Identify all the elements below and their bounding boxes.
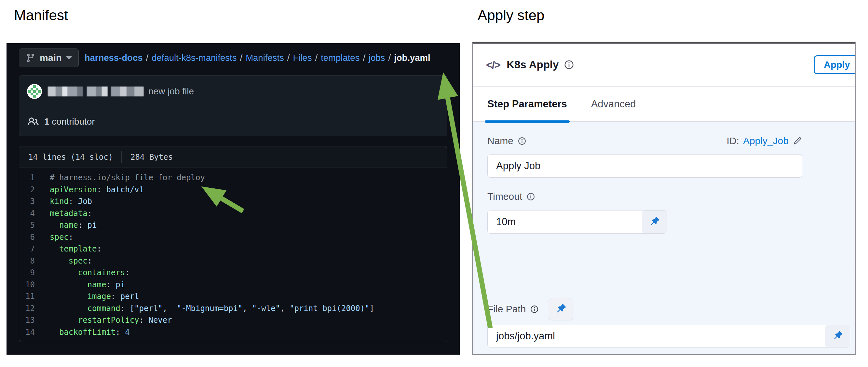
caret-down-icon xyxy=(66,56,72,60)
tab-step-parameters[interactable]: Step Parameters xyxy=(487,87,567,121)
info-icon[interactable] xyxy=(564,60,574,70)
file-lines-stat: 14 lines (14 sloc) xyxy=(28,153,113,162)
code-line: 3kind: Job xyxy=(19,195,447,208)
file-header-row: main harness-docs / default-k8s-manifest… xyxy=(6,43,460,68)
code-line: 10 - name: pi xyxy=(19,279,447,291)
tab-advanced[interactable]: Advanced xyxy=(591,87,636,121)
code-text: # harness.io/skip-file-for-deploy xyxy=(50,172,205,184)
code-line: 9 containers: xyxy=(19,267,447,279)
commit-message-link[interactable]: new job file xyxy=(148,86,194,97)
name-label: Name xyxy=(487,135,526,146)
line-number[interactable]: 3 xyxy=(19,195,50,208)
line-number[interactable]: 7 xyxy=(19,243,50,255)
breadcrumb-link-folder[interactable]: jobs xyxy=(369,53,385,63)
code-text: restartPolicy: Never xyxy=(50,314,172,326)
line-number[interactable]: 14 xyxy=(19,326,50,338)
code-line: 1# harness.io/skip-file-for-deploy xyxy=(19,172,447,184)
info-icon[interactable] xyxy=(518,136,526,146)
breadcrumb-link-folder[interactable]: default-k8s-manifests xyxy=(152,53,237,63)
step-header: </> K8s Apply Apply xyxy=(473,43,855,87)
code-text: spec: xyxy=(50,255,92,267)
line-number[interactable]: 13 xyxy=(19,314,50,326)
code-text: kind: Job xyxy=(50,195,92,208)
file-path-input-group xyxy=(487,325,850,347)
line-number[interactable]: 1 xyxy=(19,172,50,184)
breadcrumb-separator: / xyxy=(240,53,243,63)
screenshot-stage: Manifest Apply step main harness-docs / … xyxy=(0,0,868,367)
breadcrumb-link-folder[interactable]: Files xyxy=(293,53,312,63)
name-input[interactable] xyxy=(487,154,802,178)
step-id-group: ID: Apply_Job xyxy=(727,135,802,146)
line-number[interactable]: 10 xyxy=(19,279,50,291)
step-tabs: Step Parameters Advanced xyxy=(473,87,855,121)
name-id-row: Name ID: Apply_Job xyxy=(487,131,802,150)
step-title: K8s Apply xyxy=(506,59,559,71)
git-branch-icon xyxy=(26,53,35,63)
code-text: backoffLimit: 4 xyxy=(50,326,130,338)
timeout-label: Timeout xyxy=(487,191,535,202)
file-blob-box: 14 lines (14 sloc) 284 Bytes 1# harness.… xyxy=(19,146,447,342)
info-icon[interactable] xyxy=(526,192,535,201)
step-parameters-form: Name ID: Apply_Job Timeout xyxy=(473,121,855,354)
edit-pencil-icon[interactable] xyxy=(793,136,802,146)
breadcrumb-current-file: job.yaml xyxy=(394,53,430,63)
breadcrumb-separator: / xyxy=(287,53,290,63)
breadcrumb-separator: / xyxy=(389,53,391,63)
code-line: 14 backoffLimit: 4 xyxy=(19,326,447,338)
section-divider xyxy=(489,271,852,271)
step-id-link[interactable]: Apply_Job xyxy=(743,135,788,146)
code-line: 12 command: ["perl", "-Mbignum=bpi", "-w… xyxy=(19,303,447,315)
pushpin-icon xyxy=(832,330,843,342)
code-text: command: ["perl", "-Mbignum=bpi", "-wle"… xyxy=(50,303,374,315)
github-file-viewer-panel: main harness-docs / default-k8s-manifest… xyxy=(6,43,460,355)
pushpin-icon xyxy=(554,303,567,315)
timeout-input[interactable] xyxy=(488,211,642,233)
breadcrumb-separator: / xyxy=(146,53,149,63)
pin-runtime-input-button[interactable] xyxy=(825,325,850,347)
line-number[interactable]: 5 xyxy=(19,219,50,231)
code-line: 7 template: xyxy=(19,243,447,255)
contributors-row[interactable]: 1 contributor xyxy=(19,108,447,136)
breadcrumb-link-repo[interactable]: harness-docs xyxy=(85,53,143,63)
code-text: apiVersion: batch/v1 xyxy=(50,184,144,196)
info-icon[interactable] xyxy=(530,305,539,314)
file-path-input[interactable] xyxy=(488,325,825,347)
line-number[interactable]: 6 xyxy=(19,231,50,243)
timeout-label-row: Timeout xyxy=(487,187,840,206)
code-icon: </> xyxy=(486,59,500,71)
line-number[interactable]: 11 xyxy=(19,290,50,303)
code-lines: 1# harness.io/skip-file-for-deploy2apiVe… xyxy=(19,168,447,342)
file-size-stat: 284 Bytes xyxy=(130,153,173,162)
code-text: metadata: xyxy=(50,208,92,220)
manifest-heading: Manifest xyxy=(14,7,68,24)
code-text: spec: xyxy=(50,231,73,243)
breadcrumb-separator: / xyxy=(315,53,318,63)
breadcrumb-separator: / xyxy=(363,53,365,63)
branch-selector-button[interactable]: main xyxy=(19,49,79,67)
timeout-input-group xyxy=(487,210,667,234)
code-line: 2apiVersion: batch/v1 xyxy=(19,184,447,196)
line-number[interactable]: 12 xyxy=(19,303,50,315)
avatar[interactable] xyxy=(27,84,42,99)
line-number[interactable]: 9 xyxy=(19,267,50,279)
blob-header: 14 lines (14 sloc) 284 Bytes xyxy=(19,146,447,168)
apply-changes-button[interactable]: Apply xyxy=(814,55,856,74)
people-icon xyxy=(28,116,39,127)
code-line: 11 image: perl xyxy=(19,290,447,303)
id-label: ID: xyxy=(727,135,739,146)
file-path-label-row: File Path xyxy=(487,298,840,320)
pin-runtime-input-button[interactable] xyxy=(642,211,666,233)
file-path-label: File Path xyxy=(487,304,539,315)
breadcrumb-link-folder[interactable]: templates xyxy=(321,53,360,63)
breadcrumb-link-folder[interactable]: Manifests xyxy=(246,53,284,63)
line-number[interactable]: 4 xyxy=(19,208,50,220)
commit-row: new job file xyxy=(19,75,447,108)
line-number[interactable]: 2 xyxy=(19,184,50,196)
code-text: name: pi xyxy=(50,219,97,231)
pin-field-button[interactable] xyxy=(548,298,573,320)
apply-step-heading: Apply step xyxy=(477,7,544,24)
pushpin-icon xyxy=(648,216,660,228)
code-text: containers: xyxy=(50,267,130,279)
line-number[interactable]: 8 xyxy=(19,255,50,267)
code-line: 13 restartPolicy: Never xyxy=(19,314,447,326)
